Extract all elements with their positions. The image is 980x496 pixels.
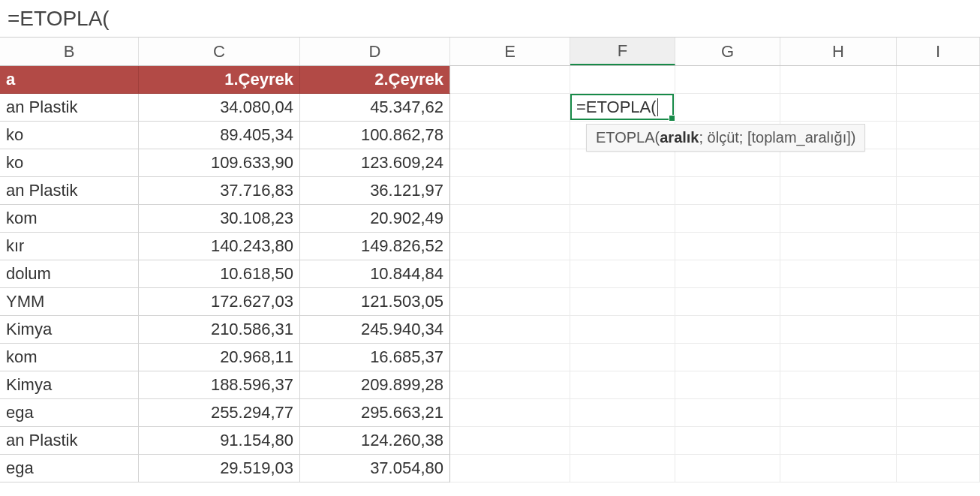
cell-F[interactable] — [570, 205, 675, 233]
cell-C[interactable]: 255.294,77 — [139, 399, 300, 427]
cell-G[interactable] — [675, 177, 780, 205]
cell-D[interactable]: 45.347,62 — [300, 94, 450, 122]
cell-B[interactable]: an Plastik — [0, 94, 139, 122]
cell-D[interactable]: 100.862,78 — [300, 122, 450, 149]
cell-H[interactable] — [780, 177, 897, 205]
cell-C[interactable]: 10.618,50 — [139, 260, 300, 288]
cell-E[interactable] — [450, 344, 570, 371]
col-header-D[interactable]: D — [300, 38, 450, 65]
cell-I[interactable] — [897, 344, 980, 371]
cell-E[interactable] — [450, 399, 570, 427]
cell-B[interactable]: ega — [0, 399, 139, 427]
cell-C[interactable]: 34.080,04 — [139, 94, 300, 122]
cell-H[interactable] — [780, 205, 897, 233]
cell-E[interactable] — [450, 149, 570, 177]
cell-E[interactable] — [450, 94, 570, 122]
cell-I[interactable] — [897, 177, 980, 205]
cell-I[interactable] — [897, 233, 980, 260]
cell-F[interactable] — [570, 288, 675, 316]
col-header-I[interactable]: I — [897, 38, 980, 65]
cell-G[interactable] — [675, 344, 780, 371]
cell-G[interactable] — [675, 316, 780, 344]
cell-D[interactable]: 16.685,37 — [300, 344, 450, 371]
cell-F[interactable] — [570, 427, 675, 455]
cell-H[interactable] — [780, 455, 897, 482]
cell-H[interactable] — [780, 149, 897, 177]
cell-D[interactable]: 245.940,34 — [300, 316, 450, 344]
cell-H[interactable] — [780, 427, 897, 455]
col-header-E[interactable]: E — [450, 38, 570, 65]
cell-B[interactable]: ega — [0, 455, 139, 482]
cell-H1[interactable] — [780, 66, 897, 94]
cell-E[interactable] — [450, 260, 570, 288]
cell-E[interactable] — [450, 205, 570, 233]
cell-B[interactable]: Kimya — [0, 371, 139, 399]
cell-B[interactable]: YMM — [0, 288, 139, 316]
cell-H[interactable] — [780, 344, 897, 371]
cell-I[interactable] — [897, 371, 980, 399]
cell-I[interactable] — [897, 316, 980, 344]
cell-G[interactable] — [675, 205, 780, 233]
cell-I1[interactable] — [897, 66, 980, 94]
cell-D[interactable]: 124.260,38 — [300, 427, 450, 455]
cell-I[interactable] — [897, 427, 980, 455]
cell-D[interactable]: 36.121,97 — [300, 177, 450, 205]
cell-H[interactable] — [780, 371, 897, 399]
cell-E[interactable] — [450, 455, 570, 482]
cell-D[interactable]: 20.902,49 — [300, 205, 450, 233]
col-header-B[interactable]: B — [0, 38, 139, 65]
cell-H[interactable] — [780, 288, 897, 316]
formula-bar[interactable]: =ETOPLA( — [0, 0, 980, 38]
cell-B[interactable]: ko — [0, 149, 139, 177]
cell-F[interactable] — [570, 177, 675, 205]
header-cell-D[interactable]: 2.Çeyrek — [300, 66, 450, 94]
active-cell-F2[interactable]: =ETOPLA( — [570, 94, 674, 120]
cell-G[interactable] — [675, 288, 780, 316]
cell-B[interactable]: an Plastik — [0, 177, 139, 205]
cell-I[interactable] — [897, 205, 980, 233]
cell-C[interactable]: 188.596,37 — [139, 371, 300, 399]
cell-E[interactable] — [450, 122, 570, 149]
function-tooltip[interactable]: ETOPLA(aralık; ölçüt; [toplam_aralığı]) — [586, 124, 865, 152]
cell-I[interactable] — [897, 260, 980, 288]
cell-G[interactable] — [675, 399, 780, 427]
col-header-H[interactable]: H — [780, 38, 897, 65]
cell-I[interactable] — [897, 122, 980, 149]
cell-F[interactable] — [570, 316, 675, 344]
cell-C[interactable]: 89.405,34 — [139, 122, 300, 149]
cell-G[interactable] — [675, 371, 780, 399]
cell-F[interactable] — [570, 260, 675, 288]
cell-B[interactable]: kom — [0, 344, 139, 371]
cell-E[interactable] — [450, 288, 570, 316]
cell-D[interactable]: 295.663,21 — [300, 399, 450, 427]
cell-E[interactable] — [450, 233, 570, 260]
cell-B[interactable]: kom — [0, 205, 139, 233]
cell-I[interactable] — [897, 455, 980, 482]
cell-E[interactable] — [450, 427, 570, 455]
cell-H[interactable] — [780, 94, 897, 122]
cell-I[interactable] — [897, 399, 980, 427]
cell-G[interactable] — [675, 427, 780, 455]
cell-F[interactable] — [570, 399, 675, 427]
cell-H[interactable] — [780, 260, 897, 288]
cell-G[interactable] — [675, 260, 780, 288]
cell-B[interactable]: kır — [0, 233, 139, 260]
cell-B[interactable]: ko — [0, 122, 139, 149]
cell-G1[interactable] — [675, 66, 780, 94]
cell-D[interactable]: 10.844,84 — [300, 260, 450, 288]
cell-B[interactable]: an Plastik — [0, 427, 139, 455]
col-header-C[interactable]: C — [139, 38, 300, 65]
cell-I[interactable] — [897, 288, 980, 316]
cell-I[interactable] — [897, 149, 980, 177]
cell-H[interactable] — [780, 316, 897, 344]
cell-E[interactable] — [450, 177, 570, 205]
cell-F1[interactable] — [570, 66, 675, 94]
col-header-F[interactable]: F — [570, 38, 675, 65]
cell-F[interactable] — [570, 344, 675, 371]
cell-H[interactable] — [780, 399, 897, 427]
cell-F[interactable] — [570, 233, 675, 260]
cell-I[interactable] — [897, 94, 980, 122]
cell-C[interactable]: 172.627,03 — [139, 288, 300, 316]
cell-G[interactable] — [675, 455, 780, 482]
cell-D[interactable]: 37.054,80 — [300, 455, 450, 482]
